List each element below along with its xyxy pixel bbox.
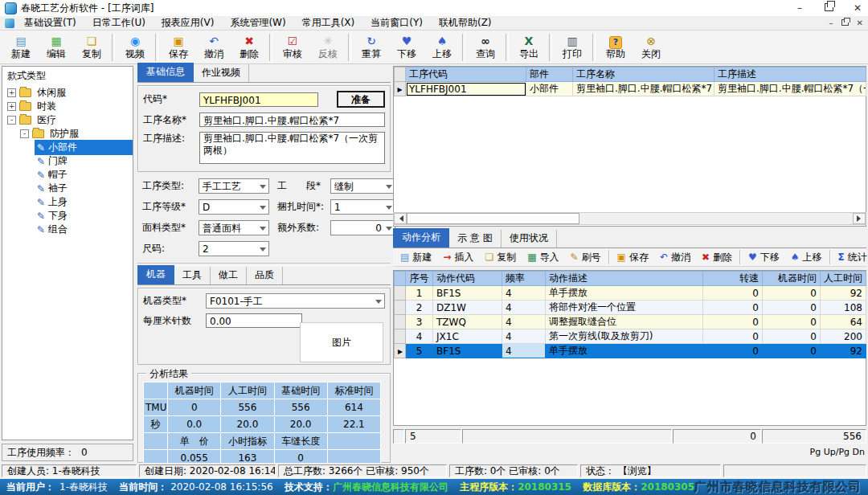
action-table[interactable]: 序号 动作代码 频率 动作描述 转速 机器时间 人工时间 1BF1S4单手摆放0… <box>394 271 866 358</box>
move-up-button[interactable]: ♠上移 <box>424 32 460 63</box>
mdi-restore-button[interactable] <box>841 18 849 27</box>
close-app-button[interactable]: ⊗关闭 <box>633 32 669 63</box>
tree-item[interactable]: -医疗 <box>2 113 133 127</box>
mdi-close-button[interactable]: ✕ <box>857 18 863 27</box>
tree-item[interactable]: ✎帽子 <box>2 168 133 182</box>
action-statistics-button[interactable]: Σ统计 <box>833 249 868 265</box>
menu-bar: 基础设置(T) 日常工作(U) 报表应用(V) 系统管理(W) 常用工具(X) … <box>0 16 868 31</box>
code-group: 代码* YLFHFBJ001 准备 工序名称* 剪里袖口.脚口.中腰.帽口松紧*… <box>137 85 391 172</box>
horizontal-scrollbar[interactable] <box>393 212 866 225</box>
action-save-button[interactable]: ▣保存 <box>612 249 654 265</box>
tree-item[interactable]: ✎上身 <box>2 195 133 209</box>
table-row: 1BF1S4单手摆放0092 <box>395 286 866 301</box>
chevron-down-icon <box>386 206 392 213</box>
excel-export-icon: X <box>525 35 534 48</box>
close-button[interactable]: ✕ <box>852 2 863 14</box>
pager-hint: Pg Up/Pg Dn <box>810 447 865 457</box>
minimize-button[interactable]: – <box>794 2 805 14</box>
new-button[interactable]: ▤新建 <box>3 32 39 63</box>
recalculate-button[interactable]: ↻重算 <box>354 32 389 63</box>
stage-select[interactable]: 缝制 <box>330 178 395 194</box>
action-delete-button[interactable]: ✖删除 <box>696 249 738 265</box>
collapse-icon[interactable]: - <box>20 129 29 138</box>
main-toolbar: ▤新建 ▦编辑 ❏复制 ◉视频 ▣保存 ↶撤消 ✖删除 ☑审核 ✳反核 ↻重算 … <box>0 31 868 64</box>
expand-icon[interactable]: + <box>7 88 16 97</box>
edit-button[interactable]: ▦编辑 <box>39 32 74 63</box>
machine-type-select[interactable]: F0101-手工 <box>206 293 385 309</box>
tab-action-analysis[interactable]: 动作分析 <box>393 228 449 248</box>
tab-diagram[interactable]: 示 意 图 <box>449 230 502 248</box>
extra-factor-select[interactable]: 0 <box>330 220 395 235</box>
stitch-count-input[interactable]: 0.00 <box>206 313 302 328</box>
scroll-right-button[interactable] <box>853 213 866 224</box>
menu-reports[interactable]: 报表应用(V) <box>162 16 215 30</box>
process-name-input[interactable]: 剪里袖口.脚口.中腰.帽口松紧*7 <box>199 112 385 127</box>
action-move-down-button[interactable]: ♥下移 <box>743 249 785 265</box>
menu-daily-work[interactable]: 日常工作(U) <box>92 16 145 30</box>
size-select[interactable]: 2 <box>199 241 269 256</box>
tab-workmanship[interactable]: 做工 <box>211 267 247 284</box>
action-analysis-section: 动作分析 示 意 图 使用状况 ▤新建 →插入 ❏复制 ▦导入 ✎刷号 ▣保存 … <box>393 231 866 463</box>
tab-work-video[interactable]: 作业视频 <box>194 64 249 82</box>
fabric-type-select[interactable]: 普通面料 <box>199 220 269 235</box>
mdi-minimize-button[interactable]: – <box>829 18 833 27</box>
action-table-area: 序号 动作代码 频率 动作描述 转速 机器时间 人工时间 1BF1S4单手摆放0… <box>393 270 866 426</box>
tab-basic-info[interactable]: 基础信息 <box>137 63 194 82</box>
splitter[interactable] <box>137 263 391 266</box>
undo-button[interactable]: ↶撤消 <box>196 32 231 63</box>
process-item-icon: ✎ <box>37 198 45 207</box>
menu-current-window[interactable]: 当前窗口(Y) <box>371 16 423 30</box>
tree-item-selected[interactable]: ✎小部件 <box>2 141 133 154</box>
copy-button[interactable]: ❏复制 <box>74 32 109 63</box>
tree-item[interactable]: +时装 <box>2 100 133 113</box>
action-new-button[interactable]: ▤新建 <box>395 249 437 265</box>
tab-quality[interactable]: 品质 <box>247 267 283 284</box>
tab-machine[interactable]: 机器 <box>137 265 174 284</box>
tab-tool[interactable]: 工具 <box>174 267 211 284</box>
tab-usage-status[interactable]: 使用状况 <box>502 230 557 248</box>
query-button[interactable]: ∞查询 <box>468 32 503 63</box>
process-type-select[interactable]: 手工工艺 <box>199 178 269 194</box>
action-renumber-button[interactable]: ✎刷号 <box>565 249 607 265</box>
video-button[interactable]: ◉视频 <box>117 32 153 63</box>
tree-item[interactable]: ✎下身 <box>2 209 133 223</box>
move-down-button[interactable]: ♥下移 <box>389 32 424 63</box>
menu-tools[interactable]: 常用工具(X) <box>302 16 355 30</box>
delete-button[interactable]: ✖删除 <box>231 32 267 63</box>
menu-system[interactable]: 系统管理(W) <box>230 16 285 30</box>
scrollbar-thumb[interactable] <box>407 213 579 224</box>
mdi-child-icon <box>5 18 14 28</box>
tree-item[interactable]: -防护服 <box>2 127 133 141</box>
tree-item[interactable]: ✎门牌 <box>2 154 133 168</box>
tree-item[interactable]: +休闲服 <box>2 86 133 100</box>
chevron-down-icon <box>375 300 382 307</box>
action-copy-button[interactable]: ❏复制 <box>479 249 522 265</box>
restore-button[interactable] <box>823 2 834 14</box>
action-import-button[interactable]: ▦导入 <box>522 249 564 265</box>
menu-basic-settings[interactable]: 基础设置(T) <box>24 16 76 30</box>
scroll-left-button[interactable] <box>394 213 407 224</box>
ready-button[interactable]: 准备 <box>337 91 385 108</box>
print-button[interactable]: ▥打印 <box>555 32 590 63</box>
process-table[interactable]: 工序代码 部件 工序名称 工序描述 ▸ YLFHFBJ001 小部件 剪里袖口.… <box>394 67 866 96</box>
audit-button[interactable]: ☑审核 <box>275 32 310 63</box>
action-undo-button[interactable]: ↶撤消 <box>654 249 696 265</box>
save-icon: ▣ <box>173 35 183 48</box>
code-input[interactable]: YLFHFBJ001 <box>199 92 318 107</box>
process-desc-input[interactable]: 剪里袖口.脚口.中腰.帽口松紧*7（一次剪两根） <box>199 132 385 164</box>
help-button[interactable]: ?帮助 <box>598 32 633 63</box>
bundle-time-select[interactable]: 1 <box>330 199 395 215</box>
search-icon: ∞ <box>481 35 490 48</box>
action-toolbar: ▤新建 →插入 ❏复制 ▦导入 ✎刷号 ▣保存 ↶撤消 ✖删除 ♥下移 ♠上移 … <box>393 248 866 267</box>
export-button[interactable]: X导出 <box>511 32 547 63</box>
action-move-up-button[interactable]: ♠上移 <box>785 249 828 265</box>
grade-select[interactable]: D <box>199 199 269 215</box>
tree-item[interactable]: ✎袖子 <box>2 182 133 195</box>
action-insert-button[interactable]: →插入 <box>437 249 479 265</box>
menu-help[interactable]: 联机帮助(Z) <box>439 16 492 30</box>
collapse-icon[interactable]: - <box>7 116 16 125</box>
save-button[interactable]: ▣保存 <box>161 32 196 63</box>
basic-info-panel: 基础信息 作业视频 代码* YLFHFBJ001 准备 工序名称* 剪里袖口.脚… <box>137 66 391 463</box>
tree-item[interactable]: ✎组合 <box>2 223 133 236</box>
expand-icon[interactable]: + <box>7 102 16 111</box>
